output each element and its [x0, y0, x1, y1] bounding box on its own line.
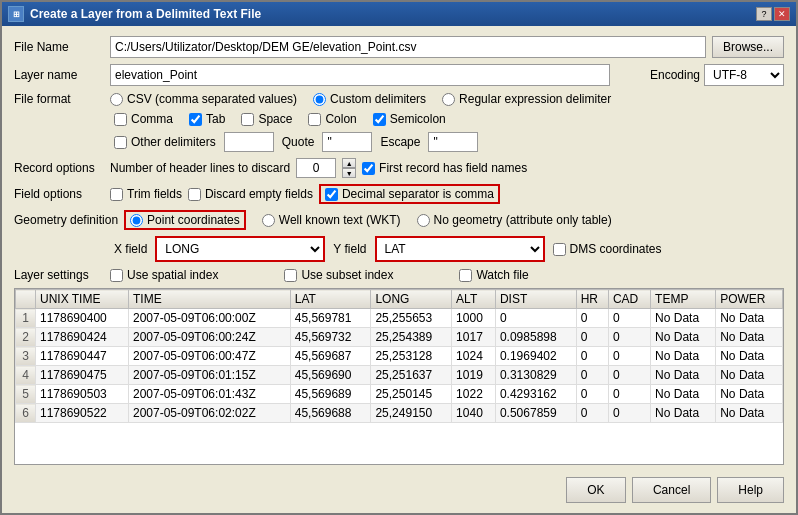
header-lines-down[interactable]: ▼ [342, 168, 356, 178]
table-cell: 2007-05-09T06:00:00Z [128, 309, 290, 328]
spatial-index-checkbox[interactable] [110, 269, 123, 282]
no-geometry-radio[interactable] [417, 214, 430, 227]
table-cell: 45,569688 [290, 404, 371, 423]
file-format-row: File format CSV (comma separated values)… [14, 92, 784, 106]
custom-radio-item[interactable]: Custom delimiters [313, 92, 426, 106]
col-alt: ALT [452, 290, 496, 309]
subset-index-checkbox[interactable] [284, 269, 297, 282]
discard-empty-checkbox[interactable] [188, 188, 201, 201]
help-window-btn[interactable]: ? [756, 7, 772, 21]
colon-checkbox[interactable] [308, 113, 321, 126]
csv-radio-item[interactable]: CSV (comma separated values) [110, 92, 297, 106]
x-field-select[interactable]: LONG LAT ALT [157, 238, 323, 260]
col-hr: HR [576, 290, 608, 309]
table-cell: No Data [651, 385, 716, 404]
close-window-btn[interactable]: ✕ [774, 7, 790, 21]
browse-button[interactable]: Browse... [712, 36, 784, 58]
table-cell: 0 [608, 347, 650, 366]
table-row: 611786905222007-05-09T06:02:02Z45,569688… [16, 404, 783, 423]
other-input[interactable] [224, 132, 274, 152]
other-delimiters-row: Other delimiters Quote Escape [14, 132, 784, 152]
quote-input[interactable] [322, 132, 372, 152]
discard-empty-checkbox-item[interactable]: Discard empty fields [188, 187, 313, 201]
no-geometry-radio-item[interactable]: No geometry (attribute only table) [417, 213, 612, 227]
header-lines-up[interactable]: ▲ [342, 158, 356, 168]
field-options-label: Field options [14, 187, 104, 201]
decimal-checkbox[interactable] [325, 188, 338, 201]
comma-label: Comma [131, 112, 173, 126]
dms-checkbox[interactable] [553, 243, 566, 256]
watch-file-checkbox[interactable] [459, 269, 472, 282]
space-checkbox[interactable] [241, 113, 254, 126]
first-record-checkbox-item[interactable]: First record has field names [362, 161, 527, 175]
table-header-row: UNIX TIME TIME LAT LONG ALT DIST HR CAD … [16, 290, 783, 309]
table-cell: 0 [576, 328, 608, 347]
other-label: Other delimiters [131, 135, 216, 149]
table-cell: 2007-05-09T06:01:43Z [128, 385, 290, 404]
trim-checkbox[interactable] [110, 188, 123, 201]
table-scroll[interactable]: UNIX TIME TIME LAT LONG ALT DIST HR CAD … [15, 289, 783, 464]
semicolon-checkbox-item[interactable]: Semicolon [373, 112, 446, 126]
tab-checkbox-item[interactable]: Tab [189, 112, 225, 126]
layer-name-label: Layer name [14, 68, 104, 82]
row-number: 3 [16, 347, 36, 366]
y-field-select[interactable]: LAT LONG ALT [377, 238, 543, 260]
watch-file-item[interactable]: Watch file [459, 268, 528, 282]
col-unix-time: UNIX TIME [36, 290, 129, 309]
encoding-select[interactable]: UTF-8 UTF-16 ISO-8859-1 [704, 64, 784, 86]
comma-checkbox-item[interactable]: Comma [114, 112, 173, 126]
dialog-content: File Name Browse... Layer name Encoding … [2, 26, 796, 513]
table-row: 211786904242007-05-09T06:00:24Z45,569732… [16, 328, 783, 347]
subset-index-label: Use subset index [301, 268, 393, 282]
header-lines-input[interactable] [296, 158, 336, 178]
dms-checkbox-item[interactable]: DMS coordinates [553, 242, 662, 256]
semicolon-checkbox[interactable] [373, 113, 386, 126]
comma-checkbox[interactable] [114, 113, 127, 126]
watch-file-label: Watch file [476, 268, 528, 282]
other-checkbox[interactable] [114, 136, 127, 149]
table-cell: 1178690424 [36, 328, 129, 347]
field-options-row: Field options Trim fields Discard empty … [14, 184, 784, 204]
wkt-radio[interactable] [262, 214, 275, 227]
table-cell: 25,250145 [371, 385, 452, 404]
col-power: POWER [716, 290, 783, 309]
custom-radio[interactable] [313, 93, 326, 106]
file-row: File Name Browse... [14, 36, 784, 58]
cancel-button[interactable]: Cancel [632, 477, 711, 503]
geometry-label: Geometry definition [14, 213, 118, 227]
col-long: LONG [371, 290, 452, 309]
table-cell: 0 [576, 309, 608, 328]
subset-index-item[interactable]: Use subset index [284, 268, 393, 282]
layer-name-input[interactable] [110, 64, 610, 86]
regex-radio-item[interactable]: Regular expression delimiter [442, 92, 611, 106]
trim-label: Trim fields [127, 187, 182, 201]
tab-checkbox[interactable] [189, 113, 202, 126]
table-cell: 1019 [452, 366, 496, 385]
regex-radio[interactable] [442, 93, 455, 106]
table-cell: 0 [576, 366, 608, 385]
bottom-buttons: OK Cancel Help [14, 471, 784, 503]
trim-checkbox-item[interactable]: Trim fields [110, 187, 182, 201]
point-coords-radio[interactable] [130, 214, 143, 227]
decimal-label: Decimal separator is comma [342, 187, 494, 201]
first-record-checkbox[interactable] [362, 162, 375, 175]
spatial-index-item[interactable]: Use spatial index [110, 268, 218, 282]
wkt-radio-item[interactable]: Well known text (WKT) [262, 213, 401, 227]
file-path-input[interactable] [110, 36, 706, 58]
table-cell: 45,569732 [290, 328, 371, 347]
record-options-label: Record options [14, 161, 104, 175]
other-checkbox-item[interactable]: Other delimiters [114, 135, 216, 149]
table-cell: 2007-05-09T06:00:24Z [128, 328, 290, 347]
table-cell: 0.1969402 [495, 347, 576, 366]
table-cell: 25,254389 [371, 328, 452, 347]
csv-radio[interactable] [110, 93, 123, 106]
ok-button[interactable]: OK [566, 477, 626, 503]
csv-label: CSV (comma separated values) [127, 92, 297, 106]
space-checkbox-item[interactable]: Space [241, 112, 292, 126]
table-cell: 0 [576, 404, 608, 423]
escape-input[interactable] [428, 132, 478, 152]
colon-checkbox-item[interactable]: Colon [308, 112, 356, 126]
help-button[interactable]: Help [717, 477, 784, 503]
custom-label: Custom delimiters [330, 92, 426, 106]
y-field-label: Y field [333, 242, 366, 256]
